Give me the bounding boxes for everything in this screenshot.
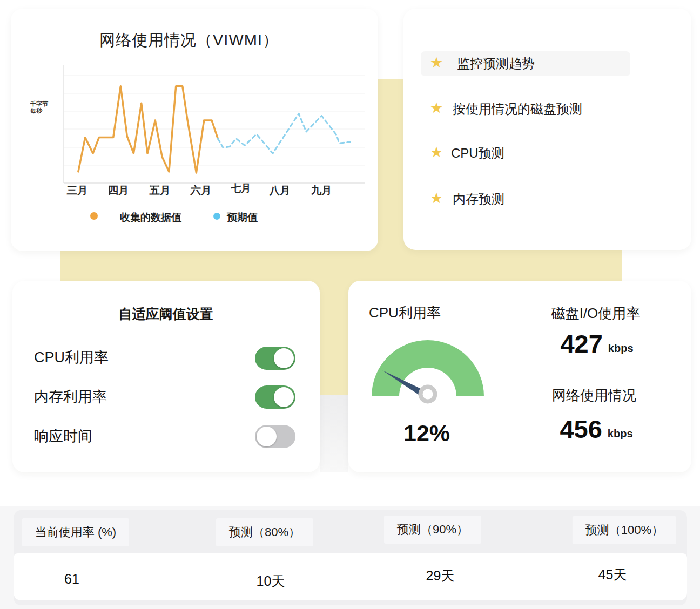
- gauge-title: CPU利用率: [369, 303, 441, 322]
- card-gap-shade: [320, 395, 348, 472]
- network-usage-label: 网络使用情况: [552, 386, 636, 405]
- legend-forecast-label: 预期值: [227, 211, 258, 225]
- network-usage-number: 456: [560, 416, 602, 443]
- disk-io-unit: kbps: [608, 342, 634, 357]
- forecast-table-body-row: [14, 553, 687, 600]
- table-header-forecast-90: 预测（90%）: [384, 516, 481, 544]
- disk-io-label: 磁盘I/O使用率: [551, 304, 641, 323]
- gauge-hub-icon: [421, 387, 435, 402]
- network-usage-chart: [53, 60, 366, 190]
- threshold-row-label-memory: 内存利用率: [34, 387, 107, 407]
- features-card: [403, 9, 691, 250]
- x-tick-sep: 九月: [311, 183, 332, 198]
- table-header-forecast-100: 预测（100%）: [573, 516, 676, 544]
- table-header-current-usage: 当前使用率 (%): [22, 518, 129, 546]
- threshold-card-title: 自适应阈值设置: [119, 305, 213, 323]
- gauge-value: 12%: [403, 420, 450, 446]
- cpu-utilization-toggle[interactable]: [255, 347, 295, 370]
- threshold-row-label-response: 响应时间: [34, 427, 92, 446]
- x-tick-jun: 六月: [191, 183, 212, 198]
- disk-io-value: 427 kbps: [560, 330, 633, 357]
- network-usage-card: 网络使用情况（VIWMI） 千字节 每秒: [11, 9, 378, 251]
- x-tick-jul: 七月: [231, 181, 251, 195]
- feature-item-cpu: CPU预测: [451, 145, 504, 162]
- network-usage-unit: kbps: [608, 428, 633, 443]
- table-cell-forecast-90: 29天: [426, 567, 455, 585]
- star-icon: ★: [427, 99, 446, 117]
- network-usage-value: 456 kbps: [560, 416, 632, 443]
- legend-collected-dot-icon: [90, 212, 98, 220]
- star-icon: ★: [427, 53, 446, 72]
- legend-collected-label: 收集的数据值: [120, 211, 181, 225]
- table-cell-forecast-100: 45天: [598, 566, 627, 584]
- legend-forecast-dot-icon: [213, 213, 220, 220]
- toggle-knob: [274, 348, 294, 368]
- x-tick-aug: 八月: [270, 183, 291, 198]
- feature-item-memory: 内存预测: [453, 191, 504, 208]
- response-time-toggle[interactable]: [255, 425, 295, 448]
- table-cell-forecast-80: 10天: [257, 572, 285, 590]
- table-header-forecast-80: 预测（80%）: [216, 518, 313, 546]
- y-axis-label: 千字节 每秒: [30, 100, 48, 114]
- star-icon: ★: [427, 189, 446, 207]
- feature-item-trend: 监控预测趋势: [457, 55, 535, 72]
- table-cell-current-usage: 61: [64, 571, 79, 587]
- x-tick-may: 五月: [150, 183, 171, 198]
- toggle-knob: [257, 427, 277, 446]
- x-tick-mar: 三月: [67, 183, 88, 198]
- x-tick-apr: 四月: [108, 183, 129, 198]
- dashboard: 网络使用情况（VIWMI） 千字节 每秒 三月 四月 五月 六月 七月 八月 九…: [0, 0, 700, 609]
- memory-utilization-toggle[interactable]: [255, 385, 295, 409]
- cpu-gauge: [365, 334, 494, 404]
- feature-item-disk: 按使用情况的磁盘预测: [453, 100, 582, 118]
- disk-io-number: 427: [560, 330, 602, 357]
- collected-data-line: [78, 86, 218, 173]
- toggle-knob: [274, 387, 294, 407]
- star-icon: ★: [427, 143, 446, 161]
- threshold-row-label-cpu: CPU利用率: [34, 348, 109, 367]
- chart-title: 网络使用情况（VIWMI）: [99, 30, 279, 51]
